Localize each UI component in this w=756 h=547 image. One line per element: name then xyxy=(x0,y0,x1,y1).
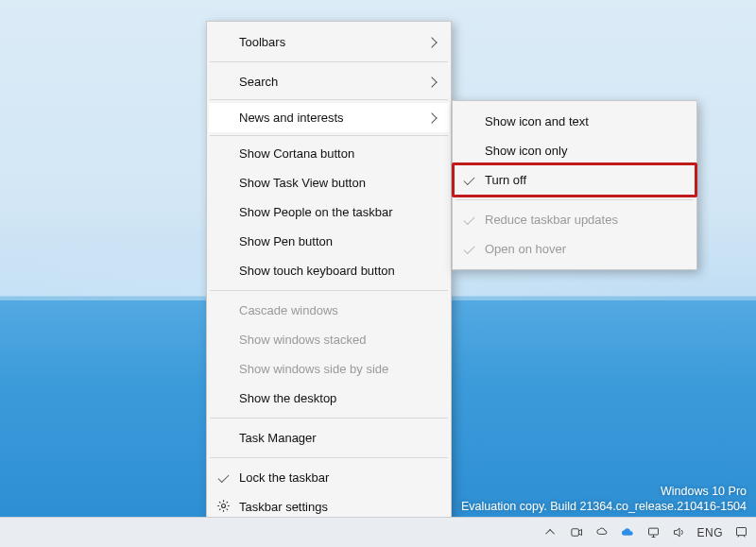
menu-separator xyxy=(210,418,448,419)
menu-separator xyxy=(455,199,694,200)
menu-separator xyxy=(210,61,448,62)
menu-show-people[interactable]: Show People on the taskbar xyxy=(209,197,449,227)
chevron-right-icon xyxy=(426,112,437,123)
menu-search-label: Search xyxy=(239,75,428,89)
taskbar-context-menu: Toolbars Search News and interests Show … xyxy=(206,21,452,528)
taskbar[interactable]: ENG xyxy=(0,517,756,547)
menu-lock-taskbar-label: Lock the taskbar xyxy=(239,470,439,485)
submenu-icon-text[interactable]: Show icon and text xyxy=(455,107,695,136)
meet-now-icon[interactable] xyxy=(569,525,584,540)
svg-rect-2 xyxy=(648,528,658,535)
menu-separator xyxy=(210,457,448,458)
menu-show-taskview-label: Show Task View button xyxy=(239,176,439,190)
gear-icon xyxy=(216,499,231,516)
submenu-icon-text-label: Show icon and text xyxy=(485,114,685,128)
menu-show-touchkb-label: Show touch keyboard button xyxy=(239,264,439,278)
menu-show-people-label: Show People on the taskbar xyxy=(239,205,439,219)
submenu-icon-only-label: Show icon only xyxy=(485,144,685,158)
menu-show-pen[interactable]: Show Pen button xyxy=(209,227,449,256)
submenu-open-hover-label: Open on hover xyxy=(485,242,685,256)
menu-cascade-label: Cascade windows xyxy=(239,303,439,317)
menu-sidebyside-label: Show windows side by side xyxy=(239,362,439,376)
menu-show-pen-label: Show Pen button xyxy=(239,234,439,248)
menu-show-taskview[interactable]: Show Task View button xyxy=(209,168,449,197)
menu-taskbar-settings-label: Taskbar settings xyxy=(239,500,439,514)
menu-show-touch-keyboard[interactable]: Show touch keyboard button xyxy=(209,256,449,285)
checkmark-icon xyxy=(463,243,474,254)
watermark-build: Evaluation copy. Build 21364.co_release.… xyxy=(461,500,747,513)
menu-toolbars-label: Toolbars xyxy=(239,35,428,49)
menu-show-cortana-label: Show Cortana button xyxy=(239,146,439,161)
menu-lock-taskbar[interactable]: Lock the taskbar xyxy=(209,463,449,492)
menu-show-desktop-label: Show the desktop xyxy=(239,391,439,405)
onedrive-icon[interactable] xyxy=(620,525,635,540)
menu-toolbars[interactable]: Toolbars xyxy=(209,27,449,57)
menu-show-cortana[interactable]: Show Cortana button xyxy=(209,139,449,168)
svg-rect-3 xyxy=(736,528,746,536)
menu-stacked: Show windows stacked xyxy=(209,325,449,354)
menu-cascade-windows: Cascade windows xyxy=(209,296,449,325)
menu-show-desktop[interactable]: Show the desktop xyxy=(209,384,449,413)
checkmark-icon xyxy=(463,174,474,185)
volume-icon[interactable] xyxy=(671,525,686,540)
menu-separator xyxy=(210,135,448,136)
menu-stacked-label: Show windows stacked xyxy=(239,333,439,347)
weather-icon[interactable] xyxy=(594,525,610,540)
menu-task-manager-label: Task Manager xyxy=(239,431,439,445)
chevron-right-icon xyxy=(426,77,437,87)
news-interests-submenu: Show icon and text Show icon only Turn o… xyxy=(452,100,697,270)
submenu-reduce-updates: Reduce taskbar updates xyxy=(455,205,695,234)
menu-news-interests[interactable]: News and interests xyxy=(209,103,449,132)
menu-side-by-side: Show windows side by side xyxy=(209,354,449,384)
menu-news-interests-label: News and interests xyxy=(239,111,428,125)
action-center-icon[interactable] xyxy=(733,525,748,540)
checkmark-icon xyxy=(217,471,229,483)
tray-overflow-button[interactable] xyxy=(543,525,558,540)
network-icon[interactable] xyxy=(645,525,661,540)
menu-separator xyxy=(210,290,448,291)
menu-task-manager[interactable]: Task Manager xyxy=(209,423,449,453)
evaluation-watermark: Windows 10 Pro Evaluation copy. Build 21… xyxy=(461,485,747,513)
chevron-right-icon xyxy=(426,37,437,47)
svg-point-0 xyxy=(222,504,226,507)
chevron-up-icon xyxy=(545,529,555,538)
menu-search[interactable]: Search xyxy=(209,67,449,96)
submenu-icon-only[interactable]: Show icon only xyxy=(455,136,695,165)
menu-separator xyxy=(210,99,448,100)
watermark-edition: Windows 10 Pro xyxy=(461,485,747,498)
system-tray: ENG xyxy=(536,518,756,547)
submenu-open-hover: Open on hover xyxy=(455,234,695,264)
language-indicator[interactable]: ENG xyxy=(696,526,723,539)
submenu-turn-off-label: Turn off xyxy=(485,173,685,187)
svg-rect-1 xyxy=(572,529,579,537)
submenu-turn-off[interactable]: Turn off xyxy=(455,165,695,195)
checkmark-icon xyxy=(463,214,474,225)
submenu-reduce-updates-label: Reduce taskbar updates xyxy=(485,213,685,227)
